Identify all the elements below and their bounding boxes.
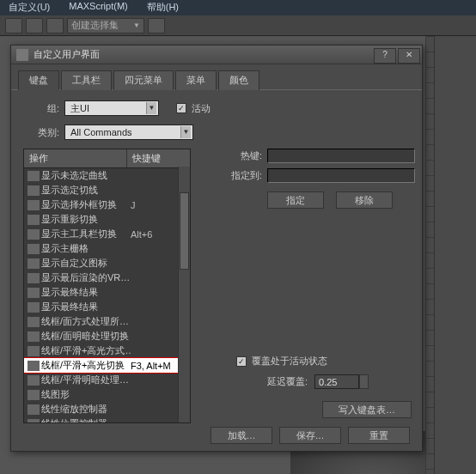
override-label: 覆盖处于活动状态: [252, 355, 327, 368]
item-icon: [27, 258, 40, 269]
menu-help[interactable]: 帮助(H): [147, 1, 179, 15]
item-icon: [27, 419, 40, 424]
list-item[interactable]: 线性缩放控制器: [24, 402, 190, 416]
chevron-down-icon: ▼: [146, 102, 156, 114]
menubar: 自定义(U) MAXScript(M) 帮助(H): [0, 0, 476, 15]
active-checkbox[interactable]: ✓: [176, 103, 186, 113]
group-value: 主UI: [70, 102, 89, 115]
list-item[interactable]: 线框/平滑+高光方式…: [24, 343, 190, 358]
tab-keyboard[interactable]: 键盘: [18, 70, 59, 90]
category-value: All Commands: [70, 127, 132, 137]
selection-set-placeholder: 创建选择集: [71, 19, 119, 32]
active-label: 活动: [192, 102, 211, 115]
item-text: 显示主栅格: [41, 242, 131, 255]
dialog-footer: 加载… 保存… 重置: [11, 427, 422, 444]
item-text: 显示最终结果: [41, 301, 131, 313]
item-text: 显示选择外框切换: [41, 198, 131, 211]
group-label: 组:: [23, 102, 59, 115]
tab-color[interactable]: 颜色: [218, 70, 259, 90]
list-header: 操作 快捷键: [24, 149, 190, 168]
action-list[interactable]: 操作 快捷键 显示未选定曲线显示选定切线显示选择外框切换J显示重影切换显示主工具…: [23, 149, 191, 423]
list-item[interactable]: 显示自定义图标: [24, 256, 190, 270]
tool-button-1[interactable]: [5, 18, 22, 33]
hotkey-label: 热键:: [211, 149, 267, 162]
remove-button[interactable]: 移除: [336, 191, 393, 209]
assign-button[interactable]: 指定: [267, 191, 324, 209]
list-item[interactable]: 显示未选定曲线: [24, 168, 190, 183]
menu-custom[interactable]: 自定义(U): [9, 1, 50, 15]
header-action[interactable]: 操作: [24, 149, 127, 167]
list-item[interactable]: 显示最后渲染的VR…: [24, 270, 190, 285]
dialog-titlebar[interactable]: 自定义用户界面 ? ✕: [11, 46, 422, 64]
lower-panel: ✓ 覆盖处于活动状态 延迟覆盖: 0.25 写入键盘表…: [211, 355, 415, 418]
item-text: 显示自定义图标: [41, 257, 131, 270]
item-text: 显示最后渲染的VR…: [41, 271, 131, 284]
list-item[interactable]: 显示最终结果: [24, 285, 190, 300]
help-button[interactable]: ?: [374, 48, 396, 64]
item-text: 线框/平滑明暗处理…: [41, 374, 131, 386]
tab-toolbar[interactable]: 工具栏: [61, 70, 112, 90]
category-combo[interactable]: All Commands ▼: [64, 125, 193, 140]
item-icon: [27, 375, 40, 386]
list-item[interactable]: 线框/面明暗处理切换: [24, 329, 190, 343]
item-icon: [27, 185, 40, 196]
hotkey-input[interactable]: [267, 149, 415, 163]
selection-set-combo[interactable]: 创建选择集 ▼: [67, 18, 144, 33]
item-icon: [27, 317, 40, 327]
close-button[interactable]: ✕: [398, 48, 420, 64]
override-checkbox[interactable]: ✓: [236, 356, 247, 367]
list-item[interactable]: 显示最终结果: [24, 300, 190, 314]
assignto-label: 指定到:: [211, 169, 267, 182]
reset-button[interactable]: 重置: [348, 427, 410, 444]
list-item[interactable]: 显示重影切换: [24, 212, 190, 227]
item-icon: [27, 200, 40, 210]
item-icon: [27, 346, 40, 356]
tool-button-2[interactable]: [26, 18, 43, 33]
list-item[interactable]: 显示选择外框切换J: [24, 198, 190, 212]
item-icon: [27, 244, 40, 254]
toolbar: 创建选择集 ▼: [0, 15, 476, 36]
assignto-box: [267, 168, 415, 183]
customize-ui-dialog: 自定义用户界面 ? ✕ 键盘 工具栏 四元菜单 菜单 颜色 组: 主UI ▼ ✓…: [10, 45, 423, 452]
list-item[interactable]: 线框/平滑明暗处理…: [24, 373, 190, 387]
list-item[interactable]: 显示主栅格: [24, 241, 190, 256]
tool-button-3[interactable]: [46, 18, 64, 33]
scrollbar-thumb[interactable]: [180, 192, 189, 270]
tab-quad[interactable]: 四元菜单: [113, 70, 174, 90]
chevron-down-icon: ▼: [133, 21, 140, 29]
delay-spinner[interactable]: 0.25: [314, 374, 359, 389]
item-icon: [27, 404, 40, 415]
item-text: 线框/平滑+高光切换: [41, 359, 131, 372]
item-icon: [27, 288, 40, 298]
item-text: 线框/面方式处理所…: [41, 315, 131, 328]
item-text: 线框/平滑+高光方式…: [41, 344, 131, 357]
item-text: 线性位置控制器: [41, 417, 131, 423]
load-button[interactable]: 加载…: [211, 427, 272, 444]
dialog-title: 自定义用户界面: [34, 48, 374, 61]
write-keyboard-button[interactable]: 写入键盘表…: [322, 401, 412, 418]
spinner-buttons[interactable]: [359, 374, 369, 389]
save-button[interactable]: 保存…: [279, 427, 341, 444]
list-item[interactable]: 线框/平滑+高光切换F3, Alt+M: [24, 358, 190, 373]
scrollbar[interactable]: [178, 167, 190, 423]
list-item[interactable]: 线性位置控制器: [24, 416, 190, 423]
header-shortcut[interactable]: 快捷键: [127, 149, 190, 167]
item-icon: [27, 215, 40, 225]
item-text: 显示未选定曲线: [41, 169, 131, 182]
item-icon: [27, 390, 40, 400]
item-icon: [27, 171, 40, 181]
group-combo[interactable]: 主UI ▼: [64, 100, 159, 116]
delay-label: 延迟覆盖:: [267, 375, 308, 388]
item-icon: [27, 302, 40, 313]
tab-menu[interactable]: 菜单: [175, 70, 217, 90]
menu-maxscript[interactable]: MAXScript(M): [69, 1, 127, 15]
item-icon: [27, 273, 40, 283]
list-item[interactable]: 显示选定切线: [24, 183, 190, 198]
category-label: 类别:: [23, 126, 59, 139]
list-item[interactable]: 显示主工具栏切换Alt+6: [24, 227, 190, 241]
list-item[interactable]: 线框/面方式处理所…: [24, 314, 190, 329]
delay-value: 0.25: [319, 377, 337, 387]
list-item[interactable]: 线图形: [24, 387, 190, 402]
chevron-down-icon: ▼: [180, 126, 191, 138]
tool-button-4[interactable]: [148, 18, 165, 33]
